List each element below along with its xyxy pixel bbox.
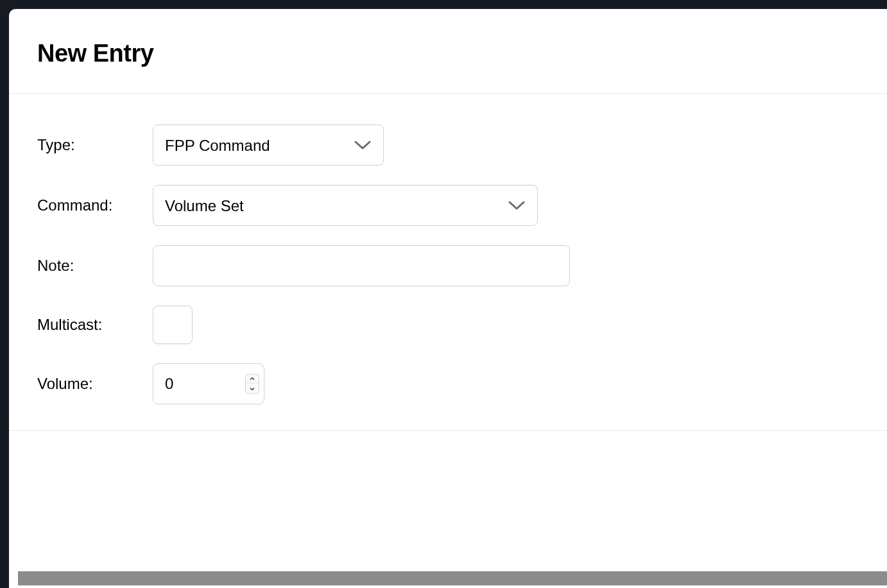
volume-input-wrap — [153, 363, 264, 404]
form-body: Type: FPP Command Command: Volume Set — [9, 94, 887, 431]
chevron-down-icon — [250, 387, 255, 390]
type-select-wrap: FPP Command — [153, 125, 384, 166]
note-input[interactable] — [153, 245, 570, 286]
type-select[interactable]: FPP Command — [153, 125, 384, 166]
type-label: Type: — [37, 136, 153, 154]
volume-step-down[interactable] — [246, 385, 259, 393]
command-label: Command: — [37, 196, 153, 214]
type-row: Type: FPP Command — [37, 125, 859, 166]
modal-header: New Entry — [9, 9, 887, 94]
command-select-wrap: Volume Set — [153, 185, 538, 226]
multicast-label: Multicast: — [37, 316, 153, 334]
command-select[interactable]: Volume Set — [153, 185, 538, 226]
volume-label: Volume: — [37, 375, 153, 393]
note-row: Note: — [37, 245, 859, 286]
volume-stepper — [245, 374, 259, 394]
multicast-checkbox[interactable] — [153, 306, 193, 344]
new-entry-modal: New Entry Type: FPP Command Command: Vol… — [9, 9, 887, 588]
volume-step-up[interactable] — [246, 375, 259, 384]
command-row: Command: Volume Set — [37, 185, 859, 226]
modal-title: New Entry — [37, 40, 859, 67]
volume-row: Volume: — [37, 363, 859, 404]
note-label: Note: — [37, 257, 153, 275]
chevron-up-icon — [250, 377, 255, 381]
horizontal-scrollbar-track — [9, 569, 887, 588]
horizontal-scrollbar-thumb[interactable] — [18, 571, 887, 585]
multicast-row: Multicast: — [37, 306, 859, 344]
